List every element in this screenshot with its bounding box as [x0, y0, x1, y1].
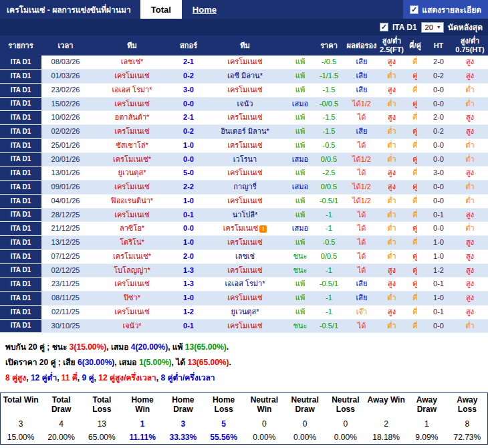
odd-even: คี่	[405, 194, 425, 208]
away-team[interactable]: เอซี มิลาน*	[203, 70, 287, 84]
home-team[interactable]: เครโมเนเซ่	[90, 305, 174, 319]
totals-value-cell: 0	[244, 417, 285, 431]
handicap-result: ได้	[345, 166, 378, 181]
ft-score: 0-2	[174, 125, 203, 139]
home-team[interactable]: โตริโน่*	[90, 236, 174, 250]
home-team[interactable]: เอเอส โรม่า*	[90, 83, 174, 97]
handicap-price: -0/0.5	[313, 97, 345, 111]
totals-value-cell: 13	[82, 417, 122, 431]
ht-score: 0-1	[425, 305, 452, 319]
home-team[interactable]: เครโมเนเซ่	[90, 97, 174, 111]
home-team[interactable]: เครโมเนเซ่	[90, 181, 174, 195]
away-team[interactable]: เครโมเนเซ่	[203, 83, 287, 97]
league-badge: ITA D1	[0, 263, 41, 277]
match-count-select[interactable]: 20 ▼	[421, 22, 444, 33]
handicap-price: -1.5	[313, 125, 345, 139]
tab-home[interactable]: Home	[182, 0, 227, 19]
home-team[interactable]: เครโมเนเซ่	[90, 70, 174, 84]
handicap-result: ได้	[345, 208, 378, 222]
ht-score: 1-0	[425, 249, 452, 263]
league-badge: ITA D1	[0, 125, 41, 139]
away-team[interactable]: เครโมเนเซ่	[203, 319, 287, 333]
match-result: ชนะ	[287, 319, 313, 333]
away-team[interactable]: เครโมเนเซ่	[203, 292, 287, 306]
totals-value-cell: 5	[203, 417, 244, 431]
match-date: 21/12/25	[41, 222, 90, 236]
table-row: ITA D113/12/25โตริโน่*1-0เครโมเนเซ่แพ้-0…	[0, 236, 488, 250]
away-team[interactable]: นาโปลี*	[203, 208, 287, 222]
away-team[interactable]: กาญารี่	[203, 181, 287, 195]
away-team[interactable]: เครโมเนเซ่	[203, 111, 287, 125]
home-team[interactable]: ลาซิโอ*	[90, 222, 174, 236]
away-team[interactable]: ยูเวนตุส*	[203, 305, 287, 319]
league-badge: ITA D1	[0, 138, 41, 152]
summary-segment: เสมอ	[119, 358, 139, 367]
handicap-result: ได้1/2	[345, 97, 378, 111]
over-under-ht: ต่ำ	[452, 319, 488, 333]
col-header-away-team: ทีม	[203, 35, 287, 55]
totals-value-cell: 8	[447, 417, 488, 431]
away-team[interactable]: เครโมเนเซ่	[203, 194, 287, 208]
totals-percent-cell: 65.00%	[82, 431, 122, 445]
handicap-result: ได้	[345, 111, 378, 125]
away-team[interactable]: เอเอส โรม่า*	[203, 277, 287, 292]
away-team[interactable]: เครโมเนเซ่	[203, 138, 287, 152]
summary-segment: 12 คู่สูง/ครึ่งเวลา	[98, 373, 156, 382]
home-team[interactable]: เครโมเนเซ่	[90, 125, 174, 139]
match-count-value: 20	[425, 23, 433, 31]
tab-total[interactable]: Total	[140, 0, 182, 19]
title-bar: เครโมเนเซ่ - ผลการแข่งขันที่ผ่านมา Total…	[0, 0, 488, 19]
home-team[interactable]: เจนัว*	[90, 319, 174, 333]
home-team[interactable]: อตาลันต้า*	[90, 111, 174, 125]
home-team[interactable]: เครโมเนเซ่*	[90, 152, 174, 166]
away-team[interactable]: เวโรนา	[203, 152, 287, 166]
away-team[interactable]: เครโมเนเซ่	[203, 55, 287, 69]
show-details-checkbox-icon[interactable]: ✓	[410, 5, 418, 14]
match-result: แพ้	[287, 208, 313, 222]
league-badge: ITA D1	[0, 111, 41, 125]
over-under-ft: ต่ำ	[378, 319, 405, 333]
odd-even: คี่	[405, 55, 425, 69]
league-badge: ITA D1	[0, 236, 41, 250]
col-header-league: รายการ	[0, 35, 41, 55]
odd-even: คู่	[405, 277, 425, 292]
summary-segment: 3(15.00%)	[70, 342, 106, 352]
home-team[interactable]: ปิซ่า*	[90, 292, 174, 306]
table-row: ITA D102/02/26เครโมเนเซ่0-2อินเตอร์ มิลา…	[0, 125, 488, 139]
results-tbody: ITA D108/03/26เลชเช่*2-1เครโมเนเซ่แพ้-/0…	[0, 55, 488, 333]
league-badge: ITA D1	[0, 55, 41, 69]
home-team[interactable]: ฟิออเรนติน่า*	[90, 194, 174, 208]
home-team[interactable]: ยูเวนตุส*	[90, 166, 174, 181]
odd-even: คี่	[405, 83, 425, 97]
over-under-ht: ต่ำ	[452, 222, 488, 236]
away-team[interactable]: เครโมเนเซ่!	[203, 222, 287, 236]
league-checkbox-icon[interactable]: ✓	[380, 23, 388, 31]
league-badge: ITA D1	[0, 222, 41, 236]
summary-segment: 6(30.00%)	[78, 358, 114, 367]
col-header-price: ราคา	[313, 35, 345, 55]
match-result: แพ้	[287, 138, 313, 152]
home-team[interactable]: เครโมเนเซ่	[90, 208, 174, 222]
away-team[interactable]: เครโมเนเซ่	[203, 236, 287, 250]
totals-header-cell: Away Draw	[406, 393, 447, 417]
over-under-ft: สูง	[378, 305, 405, 319]
away-team[interactable]: เลชเช่	[203, 249, 287, 263]
col-header-home-team: ทีม	[90, 35, 174, 55]
away-team[interactable]: เจนัว	[203, 97, 287, 111]
away-team[interactable]: เครโมเนเซ่	[203, 263, 287, 277]
odd-even: คี่	[405, 292, 425, 306]
show-details-toggle[interactable]: ✓ แสดงรายละเอียด	[403, 0, 488, 19]
home-team[interactable]: โบโลญญ่า*	[90, 263, 174, 277]
ft-score: 1-3	[174, 277, 203, 292]
home-team[interactable]: เครโมเนเซ่*	[90, 249, 174, 263]
summary-segment: พบกัน 20 คู่ ;	[5, 342, 52, 352]
home-team[interactable]: เลชเช่*	[90, 55, 174, 69]
match-result: แพ้	[287, 55, 313, 69]
over-under-ft: ต่ำ	[378, 97, 405, 111]
away-team[interactable]: เครโมเนเซ่	[203, 166, 287, 181]
away-team[interactable]: อินเตอร์ มิลาน*	[203, 125, 287, 139]
home-team[interactable]: เครโมเนเซ่	[90, 277, 174, 292]
ft-score: 0-1	[174, 208, 203, 222]
home-team[interactable]: ซัสเซาโล่*	[90, 138, 174, 152]
odd-even: คี่	[405, 138, 425, 152]
